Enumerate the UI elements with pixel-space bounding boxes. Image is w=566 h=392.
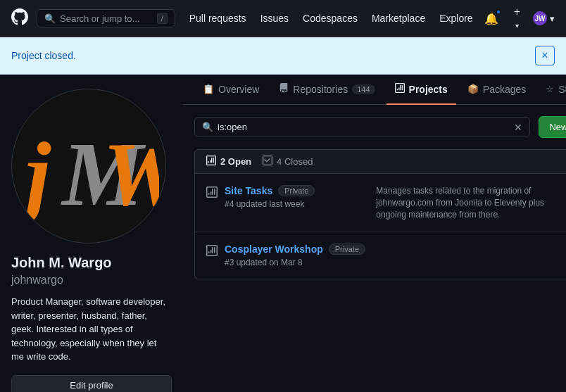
filter-tab-closed[interactable]: 4 Closed: [263, 156, 313, 167]
navbar-link-marketplace[interactable]: Marketplace: [372, 13, 425, 24]
project-item-cosplayer-workshop: Cosplayer Workshop Private #3 updated on…: [195, 232, 566, 279]
project-description-site-tasks: Manages tasks related to the migration o…: [376, 185, 566, 220]
project-closed-banner: Project closed. ×: [0, 37, 566, 75]
notifications-button[interactable]: 🔔: [482, 9, 501, 28]
projects-filter-tabs: 2 Open 4 Closed Sort ▾: [194, 149, 566, 174]
profile-username: johnwargo: [11, 274, 172, 286]
edit-profile-button[interactable]: Edit profile: [11, 375, 172, 393]
navbar-link-issues[interactable]: Issues: [260, 13, 289, 24]
project-private-badge-cosplayer-workshop: Private: [329, 244, 365, 255]
stars-tab-icon: ☆: [546, 84, 554, 94]
navbar-link-codespaces[interactable]: Codespaces: [303, 13, 358, 24]
notifications-badge: [496, 9, 501, 15]
user-avatar-small: JW: [533, 11, 547, 25]
tab-projects[interactable]: Projects: [386, 75, 456, 105]
filter-tab-open[interactable]: 2 Open: [206, 156, 251, 167]
project-board-icon-1: [206, 186, 218, 200]
tab-projects-label: Projects: [409, 84, 448, 95]
profile-bio: Product Manager, software developer, wri…: [11, 295, 172, 364]
navbar-links: Pull requests Issues Codespaces Marketpl…: [189, 13, 473, 24]
project-meta-cosplayer-workshop: #3 updated on Mar 8: [225, 258, 566, 267]
project-main-cosplayer-workshop: Cosplayer Workshop Private #3 updated on…: [225, 244, 566, 267]
profile-avatar: j M W: [11, 89, 166, 244]
projects-list: Site Tasks Private #4 updated last week …: [194, 174, 566, 279]
tab-stars-label: Stars: [558, 84, 566, 95]
tab-repositories[interactable]: Repositories 144: [270, 75, 383, 105]
filter-tabs-left: 2 Open 4 Closed: [206, 156, 313, 167]
tab-packages[interactable]: 📦 Packages: [459, 75, 534, 105]
project-item-site-tasks: Site Tasks Private #4 updated last week …: [195, 174, 566, 232]
projects-tab-icon: [395, 83, 405, 95]
project-meta-site-tasks: #4 updated last week: [225, 199, 365, 209]
tab-overview[interactable]: 📋 Overview: [194, 75, 268, 105]
search-placeholder-text: Search or jump to...: [60, 13, 139, 24]
tab-repositories-label: Repositories: [293, 84, 348, 95]
repositories-tab-icon: [279, 83, 289, 95]
navbar: 🔍 Search or jump to... / Pull requests I…: [0, 0, 566, 37]
project-name-cosplayer-workshop[interactable]: Cosplayer Workshop: [225, 244, 323, 255]
user-avatar-menu[interactable]: JW ▾: [533, 11, 555, 25]
projects-area: 🔍 ✕ New project 2 Open: [183, 105, 566, 291]
profile-sidebar: j M W John M. Wargo johnwargo Product Ma…: [0, 75, 183, 392]
create-new-button[interactable]: + ▾: [511, 3, 523, 34]
closed-filter-icon: [263, 156, 272, 167]
packages-tab-icon: 📦: [467, 84, 479, 94]
svg-text:W: W: [103, 123, 159, 225]
github-logo-icon[interactable]: [11, 8, 28, 29]
project-board-icon-2: [206, 245, 218, 258]
global-search-bar[interactable]: 🔍 Search or jump to... /: [37, 9, 175, 27]
open-filter-icon: [206, 156, 216, 167]
filter-open-label: 2 Open: [220, 156, 251, 167]
tab-overview-label: Overview: [218, 84, 259, 95]
projects-search-wrapper[interactable]: 🔍 ✕: [194, 117, 530, 137]
repositories-count-badge: 144: [352, 84, 375, 94]
avatar-svg: j M W: [18, 96, 159, 236]
profile-name: John M. Wargo: [11, 255, 172, 271]
navbar-link-pull-requests[interactable]: Pull requests: [189, 13, 246, 24]
projects-toolbar: 🔍 ✕ New project: [194, 116, 566, 138]
slash-shortcut-badge: /: [157, 13, 168, 24]
filter-closed-label: 4 Closed: [277, 156, 313, 167]
project-header-cosplayer-workshop: Cosplayer Workshop Private: [225, 244, 566, 255]
navbar-right-actions: 🔔 + ▾ JW ▾: [482, 3, 555, 34]
search-icon: 🔍: [44, 13, 56, 24]
avatar-chevron-icon: ▾: [550, 13, 555, 24]
projects-search-icon: 🔍: [202, 122, 213, 132]
tab-stars[interactable]: ☆ Stars 3: [537, 75, 566, 105]
navbar-link-explore[interactable]: Explore: [439, 13, 472, 24]
tab-packages-label: Packages: [483, 84, 526, 95]
project-name-site-tasks[interactable]: Site Tasks: [225, 185, 272, 196]
project-header-site-tasks: Site Tasks Private: [225, 185, 365, 196]
project-private-badge-site-tasks: Private: [278, 185, 315, 196]
profile-tabs: 📋 Overview Repositories 144 Projects 📦 P…: [183, 75, 566, 105]
clear-search-button[interactable]: ✕: [514, 122, 522, 132]
banner-close-button[interactable]: ×: [535, 46, 555, 65]
projects-search-input[interactable]: [218, 122, 510, 132]
new-project-button[interactable]: New project: [539, 116, 566, 138]
main-layout: j M W John M. Wargo johnwargo Product Ma…: [0, 75, 566, 392]
main-content: 📋 Overview Repositories 144 Projects 📦 P…: [183, 75, 566, 392]
overview-tab-icon: 📋: [203, 84, 214, 94]
banner-message: Project closed.: [11, 50, 76, 61]
project-main-site-tasks: Site Tasks Private #4 updated last week: [225, 185, 365, 209]
